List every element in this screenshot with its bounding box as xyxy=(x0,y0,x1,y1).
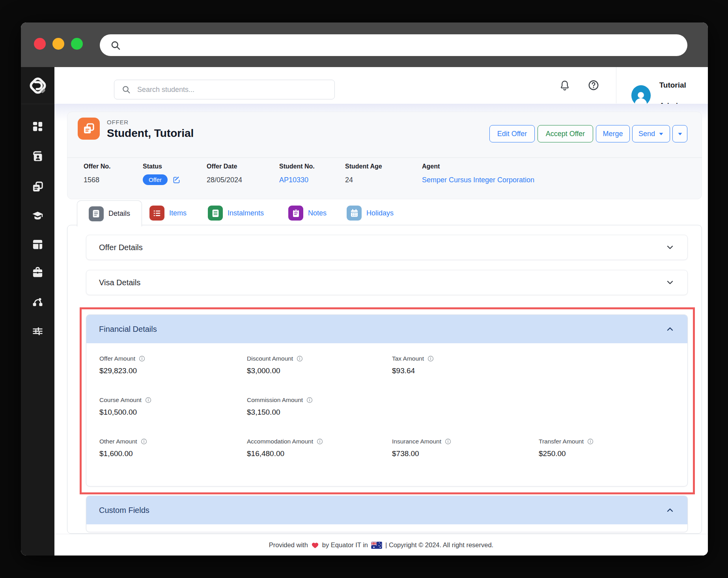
window-titlebar xyxy=(21,22,708,67)
search-input[interactable] xyxy=(136,85,312,94)
sidebar-item-jobs[interactable] xyxy=(30,264,45,280)
search-icon xyxy=(121,85,131,94)
help-button[interactable] xyxy=(585,77,602,94)
notifications-button[interactable] xyxy=(556,77,573,94)
workflow-icon xyxy=(32,296,44,309)
status-label: Status xyxy=(143,163,162,170)
info-icon[interactable] xyxy=(427,355,434,362)
instalments-icon xyxy=(208,206,223,221)
student-age-value: 24 xyxy=(345,176,353,184)
accept-offer-button[interactable]: Accept Offer xyxy=(538,125,593,142)
chevron-up-icon xyxy=(665,324,675,334)
app-logo[interactable] xyxy=(21,67,54,104)
browser-address-bar[interactable] xyxy=(100,34,687,56)
other-amount-cell: Other Amount $1,600.00 xyxy=(99,438,147,458)
offer-no-label: Offer No. xyxy=(84,163,110,170)
chevron-down-icon xyxy=(665,243,675,252)
chevron-up-icon xyxy=(665,505,675,515)
list-icon xyxy=(149,206,164,221)
custom-fields-section: Custom Fields xyxy=(86,496,688,532)
heart-icon xyxy=(311,541,319,549)
accordion-visa-details[interactable]: Visa Details xyxy=(86,270,688,295)
info-icon[interactable] xyxy=(445,438,451,445)
more-actions-button[interactable] xyxy=(672,125,687,142)
graduation-cap-icon xyxy=(32,210,44,222)
search-icon xyxy=(110,40,121,51)
offer-document-icon xyxy=(82,122,95,135)
sidebar-item-courses[interactable] xyxy=(30,208,45,224)
offer-header-card: OFFER Student, Tutorial Edit Offer Accep… xyxy=(67,112,702,199)
status-value: Offer xyxy=(143,174,181,185)
sliders-icon xyxy=(32,325,44,337)
tab-details[interactable]: Details xyxy=(77,200,142,226)
maximize-window-button[interactable] xyxy=(71,38,83,50)
document-icon xyxy=(89,206,104,221)
dashboard-icon xyxy=(32,120,44,133)
page-title: Student, Tutorial xyxy=(107,127,194,140)
commission-amount-cell: Commission Amount $3,150.00 xyxy=(247,397,313,417)
sidebar-item-students[interactable] xyxy=(30,148,45,164)
transfer-amount-cell: Transfer Amount $250.00 xyxy=(539,438,594,458)
tab-instalments[interactable]: Instalments xyxy=(208,200,264,226)
accordion-offer-details[interactable]: Offer Details xyxy=(86,235,688,260)
offer-date-label: Offer Date xyxy=(207,163,237,170)
help-icon xyxy=(588,79,599,91)
course-amount-cell: Course Amount $10,500.00 xyxy=(99,397,151,417)
info-icon[interactable] xyxy=(317,438,323,445)
info-icon[interactable] xyxy=(141,438,147,445)
info-icon[interactable] xyxy=(306,397,313,403)
info-icon[interactable] xyxy=(297,355,303,362)
tab-items[interactable]: Items xyxy=(149,200,187,226)
send-button[interactable]: Send xyxy=(632,125,670,142)
chevron-down-icon xyxy=(665,278,675,287)
calendar-icon xyxy=(347,206,362,221)
accommodation-amount-cell: Accommodation Amount $16,480.00 xyxy=(247,438,323,458)
minimize-window-button[interactable] xyxy=(52,38,64,50)
offer-no-value: 1568 xyxy=(84,176,99,184)
agent-link[interactable]: Semper Cursus Integer Corporation xyxy=(422,176,534,184)
student-search-field[interactable] xyxy=(114,80,335,99)
clipboard-icon xyxy=(288,206,303,221)
sidebar-item-workflows[interactable] xyxy=(30,294,45,310)
tab-holidays[interactable]: Holidays xyxy=(347,200,394,226)
page-footer: Provided with by Equator IT in | Copyrig… xyxy=(54,534,708,556)
tax-amount-cell: Tax Amount $93.64 xyxy=(392,355,434,375)
offer-amount-cell: Offer Amount $29,823.00 xyxy=(99,355,145,375)
close-window-button[interactable] xyxy=(34,38,46,50)
desktop-background: Tutorial Admin OFFER Student, Tutorial E… xyxy=(0,0,728,578)
student-no-link[interactable]: AP10330 xyxy=(279,176,308,184)
merge-button[interactable]: Merge xyxy=(596,125,630,142)
sidebar-item-dashboard[interactable] xyxy=(30,118,45,134)
financial-row: Other Amount $1,600.00 Accommodation Amo… xyxy=(86,426,687,468)
info-icon[interactable] xyxy=(139,355,145,362)
australia-flag-icon xyxy=(371,542,382,549)
sidebar-item-classes[interactable] xyxy=(30,236,45,252)
caret-down-icon xyxy=(659,131,664,137)
status-badge: Offer xyxy=(143,174,168,185)
brand-logo-icon xyxy=(27,75,49,97)
app-window: Tutorial Admin OFFER Student, Tutorial E… xyxy=(21,22,708,556)
accordion-financial-details[interactable]: Financial Details xyxy=(86,315,687,343)
financial-row: Offer Amount $29,823.00 Discount Amount … xyxy=(86,343,687,385)
layout-icon xyxy=(32,238,44,251)
entity-label: OFFER xyxy=(107,119,129,125)
agent-label: Agent xyxy=(422,163,440,170)
edit-offer-button[interactable]: Edit Offer xyxy=(489,125,535,142)
tab-notes[interactable]: Notes xyxy=(288,200,327,226)
footer-copyright: | Copyright © 2024. All right reserved. xyxy=(385,541,493,549)
page-content: OFFER Student, Tutorial Edit Offer Accep… xyxy=(54,104,708,556)
financial-row: Course Amount $10,500.00 Commission Amou… xyxy=(86,385,687,426)
header-divider xyxy=(616,67,616,103)
sidebar-item-offers[interactable] xyxy=(30,179,45,195)
card-divider xyxy=(67,157,702,158)
accordion-custom-fields[interactable]: Custom Fields xyxy=(86,496,687,524)
financial-grid: Offer Amount $29,823.00 Discount Amount … xyxy=(86,343,687,468)
financial-details-section: Financial Details Offer Amount $29,823.0… xyxy=(86,314,688,486)
info-icon[interactable] xyxy=(587,438,594,445)
sidebar-item-settings[interactable] xyxy=(30,323,45,339)
offer-date-value: 28/05/2024 xyxy=(207,176,242,184)
footer-text: by Equator IT in xyxy=(322,541,368,549)
student-no-label: Student No. xyxy=(279,163,315,170)
edit-status-icon[interactable] xyxy=(172,176,181,184)
info-icon[interactable] xyxy=(145,397,151,403)
